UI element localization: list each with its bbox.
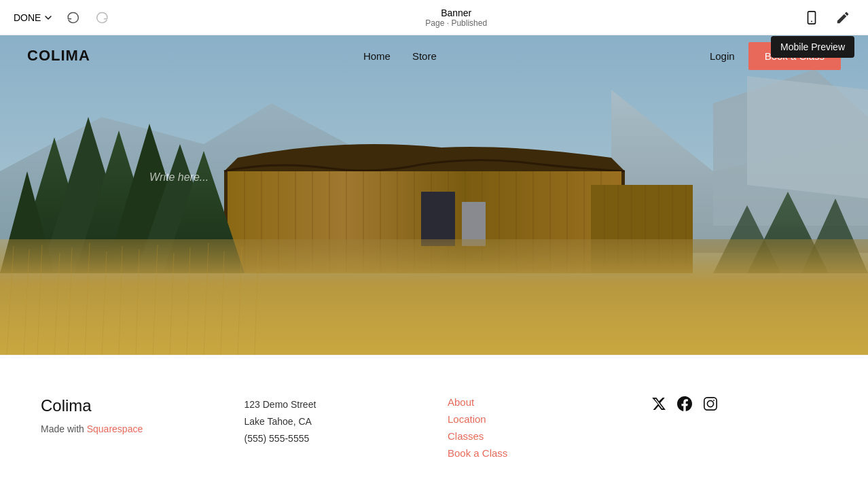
top-bar-right: Mobile Preview: [800, 6, 854, 29]
hero-section: Write here...: [0, 35, 868, 355]
svg-marker-5: [747, 76, 868, 198]
page-status: Page · Published: [425, 18, 487, 28]
mountains-svg: [0, 35, 868, 355]
hero-write-placeholder[interactable]: Write here...: [149, 171, 209, 184]
undo-button[interactable]: [63, 8, 82, 27]
twitter-icon[interactable]: [651, 396, 666, 415]
svg-point-1: [811, 20, 812, 22]
svg-point-68: [707, 400, 713, 406]
top-bar: DONE Banner Page · Published Mobile Prev…: [0, 0, 868, 35]
undo-icon: [66, 11, 79, 24]
footer-link-about[interactable]: About: [448, 396, 624, 408]
svg-rect-50: [0, 239, 868, 355]
address-phone: (555) 555-5555: [245, 430, 421, 447]
footer-address: 123 Demo Street Lake Tahoe, CA (555) 555…: [245, 396, 421, 459]
footer-brand: Colima Made with Squarespace: [41, 396, 217, 459]
footer-social: [651, 396, 828, 459]
top-bar-left: DONE: [14, 8, 112, 27]
page-content: COLIMA Home Store Login Book a Class: [0, 35, 868, 486]
edit-button[interactable]: [831, 6, 854, 29]
svg-rect-30: [421, 192, 455, 246]
redo-icon: [96, 11, 109, 24]
footer-links: About Location Classes Book a Class: [448, 396, 624, 459]
mobile-icon: [804, 10, 819, 25]
site-nav: Home Store: [363, 50, 437, 62]
redo-button[interactable]: [93, 8, 112, 27]
footer-link-classes[interactable]: Classes: [448, 430, 624, 442]
nav-home[interactable]: Home: [363, 50, 391, 62]
footer-link-location[interactable]: Location: [448, 413, 624, 425]
book-class-button[interactable]: Book a Class: [748, 42, 841, 70]
login-link[interactable]: Login: [710, 50, 735, 62]
facebook-icon[interactable]: [677, 396, 692, 415]
site-header-right: Login Book a Class: [710, 42, 841, 70]
footer-link-book[interactable]: Book a Class: [448, 447, 624, 459]
nav-store[interactable]: Store: [412, 50, 437, 62]
top-bar-center: Banner Page · Published: [425, 7, 487, 28]
svg-point-69: [713, 400, 715, 401]
footer-brand-name: Colima: [41, 396, 217, 415]
svg-rect-67: [704, 398, 716, 410]
site-header: COLIMA Home Store Login Book a Class: [0, 35, 868, 76]
pencil-icon: [835, 10, 850, 25]
done-label: DONE: [14, 12, 41, 23]
squarespace-link[interactable]: Squarespace: [87, 423, 143, 434]
done-button[interactable]: DONE: [14, 12, 52, 23]
made-with-prefix: Made with: [41, 423, 87, 434]
address-line1: 123 Demo Street: [245, 396, 421, 413]
mobile-preview-button[interactable]: [800, 6, 823, 29]
address-line2: Lake Tahoe, CA: [245, 413, 421, 430]
instagram-icon[interactable]: [703, 396, 718, 415]
chevron-down-icon: [44, 14, 52, 22]
site-footer: Colima Made with Squarespace 123 Demo St…: [0, 355, 868, 486]
footer-made-with: Made with Squarespace: [41, 423, 217, 434]
page-name: Banner: [425, 7, 487, 18]
site-logo: COLIMA: [27, 47, 90, 65]
hero-background: Write here...: [0, 35, 868, 355]
